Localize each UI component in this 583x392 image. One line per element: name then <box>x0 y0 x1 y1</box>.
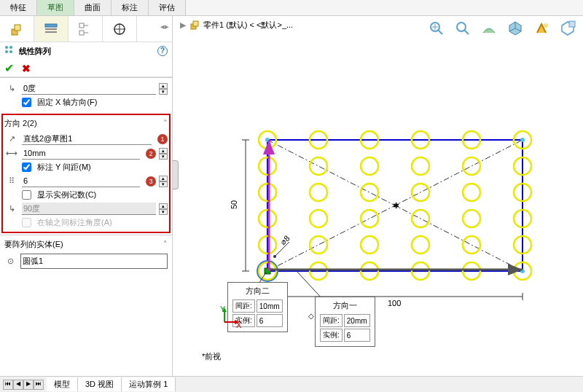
mark-y-label: 标注 Y 间距(M) <box>37 162 91 173</box>
drag-handle-icon[interactable]: ◇ <box>308 312 314 320</box>
svg-text:X: X <box>236 321 242 329</box>
svg-rect-5 <box>79 23 84 28</box>
part-icon <box>189 19 200 31</box>
distance-icon: ⟷ <box>4 149 19 158</box>
entity-icon: ⊙ <box>4 256 17 266</box>
svg-point-14 <box>5 50 8 53</box>
dimxpert-tab-icon[interactable] <box>103 16 137 42</box>
svg-rect-23 <box>569 21 575 27</box>
tab-evaluate[interactable]: 评估 <box>149 0 186 15</box>
help-icon[interactable]: ? <box>157 46 168 56</box>
angle2-icon: ↳ <box>4 204 19 213</box>
section-view-icon[interactable] <box>478 17 500 39</box>
svg-point-15 <box>9 50 12 53</box>
dir2-header[interactable]: 方向 2(2) ˄ <box>4 117 168 130</box>
svg-rect-2 <box>45 24 57 27</box>
mark-angle-label: 在轴之间标注角度(A) <box>37 217 112 228</box>
config-tab-icon[interactable] <box>69 16 103 42</box>
svg-point-49 <box>273 255 276 258</box>
entities-list[interactable]: 圆弧1 <box>20 254 168 269</box>
svg-line-21 <box>464 30 469 34</box>
breadcrumb-part[interactable]: 零件1 (默认) < <默认>_... <box>203 20 293 31</box>
view-triad[interactable]: YX <box>219 306 240 328</box>
zoom-fit-icon[interactable] <box>426 17 447 39</box>
chevron-up-icon: ˄ <box>163 119 168 128</box>
dim-width[interactable]: 100 <box>388 299 401 307</box>
panel-resize-handle[interactable] <box>173 160 179 189</box>
dir2-group-highlight: 方向 2(2) ˄ ↗ 1 ⟷ 2 ▴▾ 标注 Y 间距(M) ⠿ <box>1 114 171 233</box>
svg-rect-4 <box>45 31 57 33</box>
property-manager-tab-icon[interactable] <box>34 16 69 42</box>
svg-rect-1 <box>15 25 20 31</box>
svg-rect-3 <box>45 28 57 30</box>
dir2-count-input[interactable] <box>22 175 140 187</box>
dir2-dist-input[interactable] <box>22 147 140 160</box>
mark-y-checkbox[interactable] <box>22 162 31 172</box>
dim-height[interactable]: 50 <box>230 200 238 209</box>
pm-header: 线性阵列 ? <box>0 42 172 60</box>
svg-text:Y: Y <box>220 305 226 313</box>
dir2-count-spinner[interactable]: ▴▾ <box>159 176 168 187</box>
tab-model[interactable]: 模型 <box>47 377 78 391</box>
nav-prev-icon[interactable]: ◀ <box>13 380 23 390</box>
cancel-button[interactable]: ✖ <box>22 63 31 74</box>
tab-3dview[interactable]: 3D 视图 <box>78 377 122 391</box>
badge-1: 1 <box>157 134 168 144</box>
view-label: *前视 <box>202 351 221 362</box>
view-orientation-icon[interactable] <box>504 17 526 39</box>
ribbon-tabs: 特征 草图 曲面 标注 评估 <box>0 0 583 16</box>
fix-x-checkbox[interactable] <box>22 98 31 107</box>
tab-sketch[interactable]: 草图 <box>37 0 74 15</box>
dir1-angle-spinner[interactable]: ▴▾ <box>159 83 168 95</box>
linear-pattern-icon <box>4 45 16 57</box>
angle-icon: ↳ <box>4 84 19 93</box>
direction-icon[interactable]: ↗ <box>4 134 19 144</box>
tab-motion[interactable]: 运动算例 1 <box>122 377 176 391</box>
count-icon: ⠿ <box>4 176 19 186</box>
dir2-angle-input <box>22 203 156 215</box>
nav-last-icon[interactable]: ⏭ <box>34 380 44 390</box>
mark-angle-checkbox <box>22 218 31 227</box>
entities-header[interactable]: 要阵列的实体(E) ˄ <box>4 238 168 251</box>
dim-diameter[interactable]: ⌀8 <box>278 234 292 247</box>
tab-surface[interactable]: 曲面 <box>74 0 111 15</box>
svg-rect-6 <box>79 31 84 35</box>
view-toolbar <box>426 17 579 39</box>
nav-next-icon[interactable]: ▶ <box>23 380 34 390</box>
show-count-label: 显示实例记数(C) <box>37 189 96 200</box>
pm-title: 线性阵列 <box>19 46 51 57</box>
center-mark: ✱ <box>393 201 399 210</box>
badge-3: 3 <box>146 176 156 187</box>
fix-x-label: 固定 X 轴方向(F) <box>37 97 98 108</box>
svg-point-22 <box>544 23 548 28</box>
hide-show-icon[interactable] <box>557 17 579 39</box>
dir2-dist-spinner[interactable]: ▴▾ <box>159 148 168 160</box>
property-manager-panel: ◂▸ 线性阵列 ? ✔ ✖ ↳ ▴▾ 固定 X 轴方向(F) 方 <box>0 16 173 376</box>
dir1-angle-input[interactable] <box>22 82 156 95</box>
svg-rect-17 <box>193 21 198 26</box>
dir2-ref-input[interactable] <box>22 133 152 145</box>
svg-point-12 <box>5 46 8 49</box>
dir2-angle-spinner: ▴▾ <box>159 203 168 215</box>
crumb-arrow-icon[interactable]: ▶ <box>180 20 186 30</box>
display-style-icon[interactable] <box>531 17 552 39</box>
tab-feature[interactable]: 特征 <box>0 0 37 15</box>
svg-line-19 <box>438 30 442 34</box>
nav-first-icon[interactable]: ⏮ <box>3 380 13 390</box>
svg-point-36 <box>520 138 525 142</box>
show-count-checkbox[interactable] <box>22 190 31 200</box>
dir1-infobox[interactable]: 方向一 ◇ 间距:20mm 实例:6 <box>315 297 375 347</box>
panel-expand-icon[interactable]: ◂▸ <box>137 16 172 42</box>
chevron-up-icon: ˄ <box>163 240 168 249</box>
ok-button[interactable]: ✔ <box>4 62 14 74</box>
badge-2: 2 <box>146 149 156 159</box>
bottom-tabs: ⏮ ◀ ▶ ⏭ 模型 3D 视图 运动算例 1 <box>0 376 583 392</box>
svg-point-13 <box>9 46 12 49</box>
zoom-area-icon[interactable] <box>452 17 474 39</box>
tab-annotate[interactable]: 标注 <box>111 0 149 15</box>
feature-tree-tab-icon[interactable] <box>0 16 34 42</box>
